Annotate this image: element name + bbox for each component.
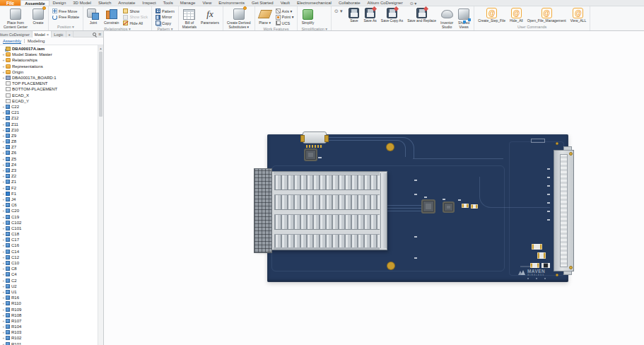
tree-item-dba00017a-iam[interactable]: DBA00017A.iam — [0, 46, 98, 52]
tree-item-c101[interactable]: +C101 — [0, 226, 98, 231]
ribbon-button-inventor-studio[interactable]: Inventor Studio — [439, 7, 455, 30]
tree-item-z11[interactable]: +Z11 — [0, 121, 98, 127]
tree-item-z2[interactable]: +Z2 — [0, 173, 98, 179]
ribbon-button-simplify[interactable]: Simplify — [300, 7, 315, 26]
tree-item-ecad-x[interactable]: ECAD_X — [0, 93, 98, 98]
qfn-ic[interactable] — [305, 150, 316, 160]
tree-item-r107[interactable]: +R107 — [0, 318, 98, 324]
ribbon-button-joint[interactable]: Joint — [86, 7, 101, 26]
ribbon-button-mirror[interactable]: Mirror — [154, 15, 176, 21]
tree-item-z8[interactable]: +Z8 — [0, 139, 98, 144]
ribbon-tab-overflow[interactable]: ⊙ ▾ — [406, 0, 421, 6]
tree-item-r109[interactable]: +R109 — [0, 306, 98, 312]
assembly-link[interactable]: Assembly — [3, 39, 21, 43]
tree-item-r103[interactable]: +R103 — [0, 329, 98, 335]
tree-item-c4[interactable]: +C4 — [0, 271, 98, 277]
tree-item-r16[interactable]: +R16 — [0, 295, 98, 300]
tree-item-c12[interactable]: +C12 — [0, 255, 98, 260]
tree-item-r110[interactable]: +R110 — [0, 300, 98, 306]
sfp-cage-connector[interactable] — [254, 171, 387, 250]
tree-item-c21[interactable]: +C21 — [0, 110, 98, 115]
tree-item-f1[interactable]: +F1 — [0, 191, 98, 197]
ribbon-button-save-and-replace[interactable]: Save and Replace — [406, 7, 438, 24]
ribbon-button-free-move[interactable]: Free Move — [51, 8, 81, 14]
tree-item-r104[interactable]: +R104 — [0, 324, 98, 329]
ribbon-tab-assemble[interactable]: Assemble — [21, 0, 49, 6]
file-menu-button[interactable]: File — [0, 0, 21, 6]
ribbon-button-parameters[interactable]: Parameters — [199, 7, 221, 26]
tree-item-c102[interactable]: +C102 — [0, 220, 98, 226]
modeling-link[interactable]: Modeling — [24, 39, 45, 43]
ribbon-button-ucs[interactable]: UCS — [274, 21, 295, 26]
ribbon-tab-vault[interactable]: Vault — [277, 0, 293, 6]
tree-item-z4[interactable]: +Z4 — [0, 162, 98, 168]
ribbon-button-shared-views[interactable]: Shared Views — [456, 7, 472, 30]
search-icon[interactable] — [93, 33, 96, 36]
tree-item-c2[interactable]: +C2 — [0, 278, 98, 283]
ribbon-tab-altium-codesigner[interactable]: Altium CoDesigner — [364, 0, 406, 6]
tree-item-z10[interactable]: +Z10 — [0, 127, 98, 133]
tree-item-bottom-placement[interactable]: BOTTOM-PLACEMENT — [0, 86, 98, 92]
scrollbar-thumb[interactable] — [99, 52, 103, 117]
tree-item-f2[interactable]: +F2 — [0, 185, 98, 191]
ribbon-button-hide-all[interactable]: Hide_All — [508, 7, 525, 24]
tree-item-z3[interactable]: +Z3 — [0, 168, 98, 173]
browser-tab-model[interactable]: Model× — [33, 31, 52, 37]
tree-item-r108[interactable]: +R108 — [0, 312, 98, 318]
ribbon-button-free-rotate[interactable]: Free Rotate — [51, 15, 81, 21]
tree-item-ecad-y[interactable]: ECAD_Y — [0, 98, 98, 104]
viewport-3d[interactable]: MAVEN WIRELESS — [104, 31, 644, 345]
tree-item-u2[interactable]: +U2 — [0, 283, 98, 289]
ribbon-button-view-all[interactable]: View_ALL — [569, 7, 587, 24]
browser-tab-logic[interactable]: Logic — [52, 31, 66, 37]
tree-item-r101[interactable]: +R101 — [0, 341, 98, 345]
ribbon-button-create-step-file[interactable]: Create_Step_File — [476, 7, 507, 24]
ribbon-button-plane[interactable]: Plane ▾ — [257, 7, 273, 26]
ribbon-overflow-button[interactable]: ⊙ ▾ — [332, 6, 345, 14]
tree-item-c17[interactable]: +C17 — [0, 237, 98, 242]
ribbon-button-create[interactable]: Create — [30, 7, 46, 26]
tree-item-representations[interactable]: +Representations — [0, 64, 98, 69]
qfn-ic[interactable] — [423, 201, 434, 212]
ribbon-tab-design[interactable]: Design — [49, 0, 70, 6]
ribbon-tab-manage[interactable]: Manage — [177, 0, 199, 6]
ribbon-button-open-file-management[interactable]: Open_File_Management — [526, 7, 568, 24]
ribbon-tab-annotate[interactable]: Annotate — [115, 0, 139, 6]
ribbon-button-pattern[interactable]: Pattern — [154, 8, 176, 14]
tree-item-z6[interactable]: +Z6 — [0, 150, 98, 156]
ribbon-tab-electromechanical[interactable]: Electromechanical — [293, 0, 335, 6]
tree-item-top-placement[interactable]: TOP PLACEMENT — [0, 81, 98, 86]
ribbon-button-constrain[interactable]: Constrain — [103, 7, 120, 26]
tree-item-j4[interactable]: +J4 — [0, 197, 98, 202]
ribbon-button-copy[interactable]: Copy — [154, 21, 176, 26]
tree-item-c18[interactable]: +C18 — [0, 231, 98, 237]
tree-item-z5[interactable]: +Z5 — [0, 156, 98, 162]
tree-item-c14[interactable]: +C14 — [0, 249, 98, 255]
browser-tab-x[interactable]: + — [66, 31, 74, 37]
tree-item-c8[interactable]: +C8 — [0, 266, 98, 271]
ribbon-button-bill-of-materials[interactable]: Bill of Materials — [181, 7, 198, 30]
menu-icon[interactable]: ≡ — [98, 32, 101, 37]
ribbon-tab-get-started[interactable]: Get Started — [248, 0, 277, 6]
close-icon[interactable]: × — [47, 33, 49, 37]
ribbon-tab-view[interactable]: View — [199, 0, 215, 6]
ribbon-button-axis[interactable]: Axis ▾ — [274, 8, 295, 14]
ribbon-button-save[interactable]: Save — [347, 7, 361, 24]
ribbon-button-hide-all[interactable]: Hide All — [122, 21, 149, 26]
pcb-model[interactable]: MAVEN WIRELESS — [267, 134, 568, 282]
tree-item-model-states-master[interactable]: +Model States: Master — [0, 52, 98, 57]
tree-item-c6[interactable]: +C6 — [0, 202, 98, 208]
tree-item-z7[interactable]: +Z7 — [0, 144, 98, 150]
ribbon-button-place-from-content-center[interactable]: Place from Content Center — [2, 7, 29, 30]
tree-item-dba00017a-board-1[interactable]: +DBA00017A_BOARD:1 — [0, 75, 98, 81]
tree-item-c19[interactable]: +C19 — [0, 214, 98, 219]
ribbon-tab-3d-model[interactable]: 3D Model — [69, 0, 95, 6]
tree-scrollbar[interactable]: ▲ — [98, 45, 103, 345]
tree-item-c22[interactable]: +C22 — [0, 104, 98, 110]
ribbon-tab-collaborate[interactable]: Collaborate — [335, 0, 364, 6]
tree-item-c10[interactable]: +C10 — [0, 260, 98, 266]
tree-item-r102[interactable]: +R102 — [0, 335, 98, 341]
ribbon-tab-sketch[interactable]: Sketch — [95, 0, 115, 6]
scroll-up-icon[interactable]: ▲ — [98, 45, 103, 51]
ribbon-button-create-derived-substitutes[interactable]: Create Derived Substitutes ▾ — [226, 7, 252, 30]
